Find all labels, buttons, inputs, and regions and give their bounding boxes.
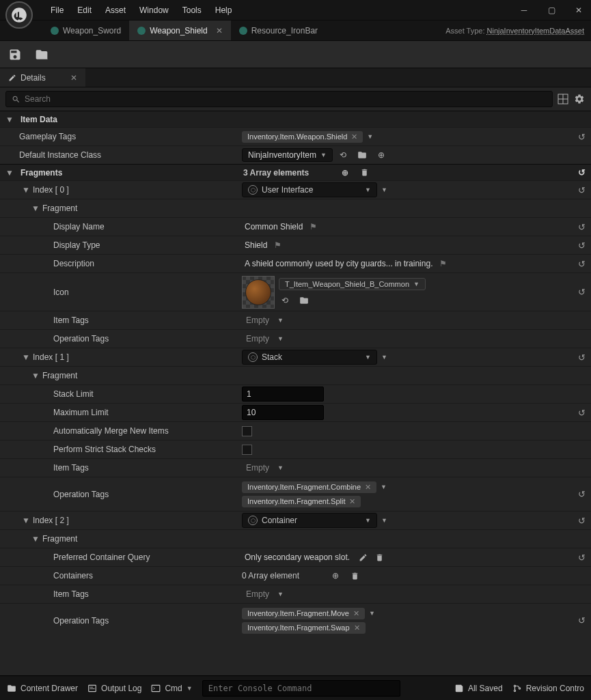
tab-weapon-sword[interactable]: Weapon_Sword	[42, 20, 129, 40]
reset-icon[interactable]: ↺	[578, 167, 586, 178]
details-tab[interactable]: Details ✕	[0, 68, 85, 87]
remove-tag-icon[interactable]: ✕	[365, 483, 371, 492]
reset-icon[interactable]: ↺	[578, 489, 586, 499]
expander-icon[interactable]: ▼	[22, 352, 30, 362]
remove-tag-icon[interactable]: ✕	[354, 624, 360, 632]
class-dropdown[interactable]: NinjaInventoryItem ▼	[242, 148, 333, 162]
all-saved-button[interactable]: All Saved	[454, 684, 503, 693]
value-display-type[interactable]: Shield	[242, 240, 270, 250]
expander-icon[interactable]: ▼	[5, 115, 14, 124]
chevron-down-icon[interactable]: ▼	[381, 484, 387, 490]
chevron-down-icon[interactable]: ▼	[277, 317, 284, 324]
icon-thumbnail[interactable]	[242, 276, 275, 309]
browse-button[interactable]	[34, 48, 49, 61]
reset-icon[interactable]: ↺	[578, 615, 586, 626]
localize-flag-icon[interactable]: ⚑	[310, 222, 317, 232]
menu-edit[interactable]: Edit	[77, 5, 92, 15]
localize-flag-icon[interactable]: ⚑	[274, 240, 281, 250]
chevron-down-icon[interactable]: ▼	[277, 335, 284, 342]
console-command-input[interactable]	[202, 680, 400, 697]
gameplay-tag-pill[interactable]: Inventory.Item.Weapon.Shield ✕	[242, 131, 363, 143]
details-panel[interactable]: ▼ Item Data Gameplay Tags Inventory.Item…	[0, 111, 591, 675]
expander-icon[interactable]: ▼	[22, 185, 30, 195]
operation-tag-pill[interactable]: Inventory.Item.Fragment.Swap✕	[242, 622, 366, 634]
reset-icon[interactable]: ↺	[578, 240, 586, 251]
reset-icon[interactable]: ↺	[578, 185, 586, 195]
use-selected-icon[interactable]: ⟲	[337, 149, 349, 161]
value-display-name[interactable]: Common Shield	[242, 222, 305, 232]
tab-resource-ironbar[interactable]: Resource_IronBar	[231, 20, 326, 40]
element-menu-icon[interactable]: ▼	[381, 354, 387, 361]
expander-icon[interactable]: ▼	[31, 371, 40, 380]
menu-file[interactable]: File	[51, 5, 64, 15]
auto-merge-checkbox[interactable]	[242, 426, 252, 436]
clear-query-icon[interactable]	[373, 551, 385, 563]
element-menu-icon[interactable]: ▼	[381, 186, 387, 193]
chevron-down-icon[interactable]: ▼	[277, 464, 284, 471]
row-fragments[interactable]: ▼ Fragments 3 Array elements ⊕ ↺	[0, 164, 591, 180]
add-element-icon[interactable]: ⊕	[339, 167, 351, 179]
clear-array-icon[interactable]	[348, 570, 361, 582]
menu-asset[interactable]: Asset	[105, 5, 126, 15]
menu-tools[interactable]: Tools	[182, 5, 202, 15]
fragment-type-dropdown[interactable]: ⬡Container ▼	[242, 513, 377, 528]
reset-icon[interactable]: ↺	[578, 287, 586, 297]
tab-close-icon[interactable]: ✕	[216, 26, 223, 36]
unreal-logo[interactable]	[5, 1, 33, 29]
output-log-button[interactable]: Output Log	[87, 684, 141, 693]
add-element-icon[interactable]: ⊕	[329, 570, 342, 582]
settings-gear-icon[interactable]	[573, 93, 586, 105]
add-new-icon[interactable]: ⊕	[375, 149, 387, 161]
edit-query-icon[interactable]	[357, 551, 369, 563]
reset-icon[interactable]: ↺	[578, 552, 586, 563]
clear-array-icon[interactable]	[358, 167, 370, 179]
save-button[interactable]	[8, 48, 22, 61]
tab-weapon-shield[interactable]: Weapon_Shield ✕	[129, 20, 231, 40]
asset-type-link[interactable]: NinjaInventoryItemDataAsset	[487, 27, 584, 35]
revision-control-button[interactable]: Revision Contro	[512, 684, 584, 693]
chevron-down-icon[interactable]: ▼	[369, 610, 375, 617]
icon-asset-dropdown[interactable]: T_Item_Weapon_Shield_B_Common ▼	[279, 278, 426, 290]
expander-icon[interactable]: ▼	[31, 534, 40, 544]
menu-window[interactable]: Window	[139, 5, 169, 15]
stack-limit-input[interactable]	[242, 387, 324, 402]
operation-tag-pill[interactable]: Inventory.Item.Fragment.Combine✕	[242, 481, 376, 493]
operation-tag-pill[interactable]: Inventory.Item.Fragment.Split✕	[242, 496, 361, 507]
details-tab-close-icon[interactable]: ✕	[70, 73, 77, 83]
browse-to-icon[interactable]	[298, 294, 310, 307]
cmd-dropdown[interactable]: Cmd ▼	[151, 684, 192, 693]
operation-tag-pill[interactable]: Inventory.Item.Fragment.Move✕	[242, 608, 365, 619]
fragment-type-dropdown[interactable]: ⬡Stack ▼	[242, 350, 377, 365]
category-item-data[interactable]: ▼ Item Data	[0, 111, 591, 127]
reset-icon[interactable]: ↺	[578, 132, 586, 142]
minimize-button[interactable]: ─	[517, 3, 531, 17]
use-selected-icon[interactable]: ⟲	[279, 294, 291, 307]
close-button[interactable]: ✕	[572, 3, 586, 17]
strict-stack-checkbox[interactable]	[242, 445, 252, 455]
reset-icon[interactable]: ↺	[578, 259, 586, 269]
fragment-type-dropdown[interactable]: ⬡User Interface ▼	[242, 182, 377, 197]
search-input[interactable]	[25, 94, 547, 104]
expander-icon[interactable]: ▼	[31, 204, 40, 213]
chevron-down-icon[interactable]: ▼	[277, 591, 284, 598]
reset-icon[interactable]: ↺	[578, 352, 586, 363]
chevron-down-icon[interactable]: ▼	[367, 133, 373, 140]
element-menu-icon[interactable]: ▼	[381, 517, 387, 524]
search-box[interactable]	[5, 91, 553, 107]
reset-icon[interactable]: ↺	[578, 408, 586, 418]
value-description[interactable]: A shield commonly used by city guards...…	[242, 259, 435, 268]
expander-icon[interactable]: ▼	[22, 516, 30, 525]
menu-help[interactable]: Help	[215, 5, 232, 15]
content-drawer-button[interactable]: Content Drawer	[7, 684, 78, 693]
remove-tag-icon[interactable]: ✕	[351, 132, 357, 141]
expander-icon[interactable]: ▼	[5, 168, 14, 178]
reset-icon[interactable]: ↺	[578, 222, 586, 232]
maximum-limit-input[interactable]	[242, 405, 324, 420]
remove-tag-icon[interactable]: ✕	[353, 609, 359, 618]
remove-tag-icon[interactable]: ✕	[349, 497, 355, 506]
reset-icon[interactable]: ↺	[578, 516, 586, 526]
localize-flag-icon[interactable]: ⚑	[439, 259, 447, 268]
maximize-button[interactable]: ▢	[545, 3, 558, 17]
property-matrix-icon[interactable]	[557, 93, 569, 105]
browse-to-icon[interactable]	[356, 149, 368, 161]
